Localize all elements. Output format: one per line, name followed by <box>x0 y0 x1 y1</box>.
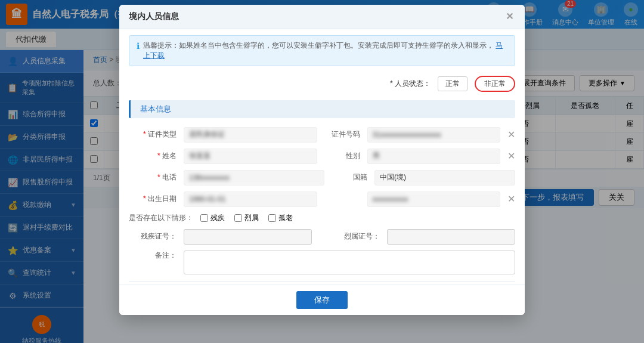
conditions-row: 是否存在以下情形： 残疾 烈属 孤老 <box>119 210 525 226</box>
condition-elderly-checkbox[interactable] <box>268 214 276 222</box>
martyr-cert-label: 烈属证号： <box>338 231 380 242</box>
condition-elderly-label[interactable]: 孤老 <box>268 213 293 223</box>
disabled-cert-label: 残疾证号： <box>129 231 177 242</box>
modal-overlay: 境内人员信息 ✕ ℹ 温馨提示：如果姓名当中包含生僻字的，您可以安装生僻字补丁包… <box>0 0 644 343</box>
cert-no-value: 31xxxxxxxxxxxxxxxxx <box>367 127 501 143</box>
conditions-group: 残疾 烈属 孤老 <box>200 213 293 223</box>
condition-martyr-label[interactable]: 烈属 <box>234 213 259 223</box>
phone-label: * 电话 <box>129 172 177 183</box>
condition-disabled-label[interactable]: 残疾 <box>200 213 225 223</box>
birthday-clear-icon[interactable]: ✕ <box>507 193 515 205</box>
address-value: 中国(境) <box>374 170 515 186</box>
note-label: 备注： <box>129 251 177 261</box>
name-label: * 姓名 <box>129 151 177 161</box>
name-value: 张某某 <box>184 149 317 164</box>
modal-body: 基本信息 * 证件类型 居民身份证 证件号码 31xxxxxxxxxxxxxxx… <box>119 95 525 285</box>
modal-footer: 保存 <box>119 285 525 315</box>
cert-no-label: 证件号码 <box>324 129 360 140</box>
cert-nums-row: 残疾证号： 烈属证号： <box>119 226 525 248</box>
martyr-cert-input[interactable] <box>387 229 515 245</box>
cert-type-label: * 证件类型 <box>129 129 177 140</box>
extra-value: xxxxxxxxxx <box>367 191 501 207</box>
conditions-label: 是否存在以下情形： <box>129 213 193 223</box>
address-label: 国籍 <box>332 172 367 183</box>
cert-clear-icon[interactable]: ✕ <box>507 129 515 140</box>
gender-value: 男 <box>367 149 501 164</box>
modal-close-btn[interactable]: ✕ <box>503 11 515 23</box>
note-textarea[interactable] <box>184 251 515 274</box>
modal-dialog: 境内人员信息 ✕ ℹ 温馨提示：如果姓名当中包含生僻字的，您可以安装生僻字补丁包… <box>119 5 525 315</box>
phone-row: * 电话 138xxxxxxxx 国籍 中国(境) <box>119 167 525 189</box>
status-abnormal-btn[interactable]: 非正常 <box>475 76 515 92</box>
birthday-row: * 出生日期 1990-01-01 xxxxxxxxxx ✕ <box>119 189 525 210</box>
basic-info-section-title: 基本信息 <box>129 100 515 118</box>
cert-type-value: 居民身份证 <box>184 127 317 143</box>
birthday-label: * 出生日期 <box>129 194 177 204</box>
save-button[interactable]: 保存 <box>296 291 348 309</box>
name-clear-icon[interactable]: ✕ <box>507 150 515 162</box>
modal-header: 境内人员信息 ✕ <box>119 5 525 29</box>
birthday-value: 1990-01-01 <box>184 191 317 207</box>
section-divider <box>129 281 515 282</box>
modal-title: 境内人员信息 <box>129 11 179 22</box>
notice-info-icon: ℹ <box>137 41 140 51</box>
modal-notice: ℹ 温馨提示：如果姓名当中包含生僻字的，您可以安装生僻字补丁包。安装完成后即可支… <box>129 35 515 66</box>
status-normal-btn[interactable]: 正常 <box>438 76 467 91</box>
disabled-cert-input[interactable] <box>184 229 312 245</box>
condition-disabled-checkbox[interactable] <box>200 214 208 222</box>
gender-label: 性别 <box>324 151 360 161</box>
status-row: * 人员状态： 正常 非正常 <box>119 72 525 95</box>
name-row: * 姓名 张某某 性别 男 ✕ <box>119 146 525 167</box>
note-row: 备注： <box>119 248 525 277</box>
cert-type-row: * 证件类型 居民身份证 证件号码 31xxxxxxxxxxxxxxxxx ✕ <box>119 124 525 146</box>
condition-martyr-checkbox[interactable] <box>234 214 242 222</box>
phone-value: 138xxxxxxxx <box>184 170 324 186</box>
